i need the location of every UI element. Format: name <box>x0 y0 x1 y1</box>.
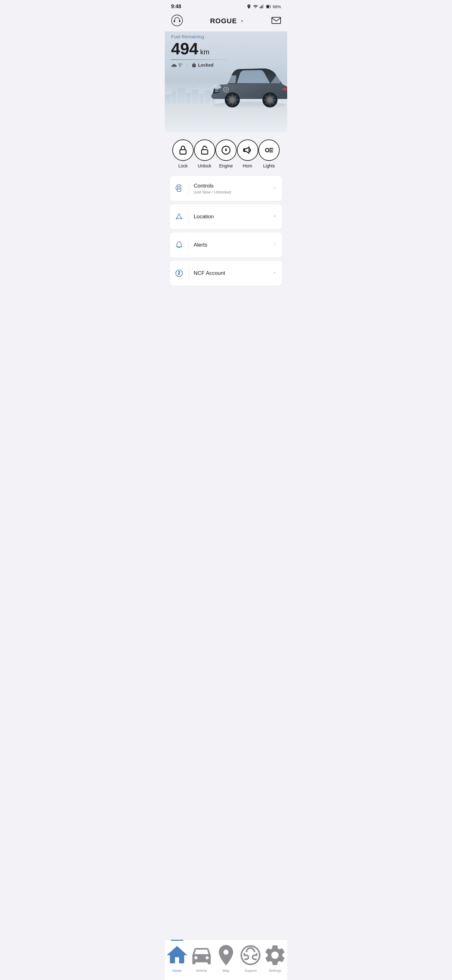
lights-circle <box>259 140 280 161</box>
chevron-right-icon <box>272 185 277 190</box>
lock-status-text: Locked <box>198 62 213 68</box>
controls-chevron <box>272 185 277 192</box>
svg-rect-6 <box>270 6 271 7</box>
battery-percentage: 66% <box>273 5 281 9</box>
fuel-value: 494 km <box>171 41 281 57</box>
chevron-right-icon-3 <box>272 242 277 247</box>
lights-label: Lights <box>263 163 274 169</box>
horn-label: Horn <box>243 163 252 169</box>
svg-point-53 <box>226 150 227 151</box>
svg-line-46 <box>173 67 173 68</box>
remote-icon <box>175 184 183 193</box>
svg-rect-8 <box>174 20 175 22</box>
svg-rect-13 <box>172 89 176 91</box>
battery-icon <box>266 4 271 9</box>
fuel-divider <box>171 59 228 60</box>
navigation-icon <box>175 212 183 221</box>
status-divider: | <box>186 62 188 68</box>
engine-button[interactable]: Engine <box>215 140 237 169</box>
unlock-btn-icon <box>199 145 210 156</box>
unlock-circle <box>194 140 215 161</box>
hero-section: Fuel Remaining 494 km 5° | <box>165 32 287 132</box>
status-time: 9:48 <box>171 4 181 10</box>
chevron-right-icon-4 <box>272 270 277 275</box>
ncf-icon-wrapper <box>175 266 189 280</box>
weather-info: 5° <box>171 62 183 68</box>
controls-menu-content: Controls Just Now • Unlocked <box>193 183 267 194</box>
lock-circle <box>172 140 193 161</box>
vehicle-status: 5° | Locked <box>171 62 281 68</box>
svg-rect-9 <box>179 20 180 22</box>
menu-section: Controls Just Now • Unlocked Location <box>165 173 287 291</box>
menu-item-controls[interactable]: Controls Just Now • Unlocked <box>170 176 282 201</box>
dollar-circle-icon <box>175 269 183 278</box>
controls-menu-subtitle: Just Now • Unlocked <box>193 190 267 194</box>
location-menu-title: Location <box>193 213 267 220</box>
status-icons: 66% <box>246 4 281 9</box>
svg-point-55 <box>266 148 269 152</box>
location-status-icon <box>246 4 251 9</box>
svg-point-60 <box>179 186 180 187</box>
svg-rect-50 <box>201 150 208 154</box>
wifi-icon <box>253 4 258 9</box>
unlock-button[interactable]: Unlock <box>194 140 215 169</box>
fuel-unit: km <box>200 49 209 56</box>
location-icon-wrapper <box>175 210 189 224</box>
ncf-chevron <box>272 270 277 277</box>
menu-item-alerts[interactable]: Alerts <box>170 232 282 258</box>
alerts-icon-wrapper <box>175 238 189 252</box>
lock-icon-status <box>192 62 197 68</box>
svg-rect-18 <box>193 86 196 89</box>
chevron-down-icon <box>239 19 244 24</box>
controls-menu-title: Controls <box>193 183 267 189</box>
lights-btn-icon <box>264 145 274 156</box>
lock-status: Locked <box>192 62 213 68</box>
svg-rect-2 <box>262 5 262 8</box>
menu-item-ncf[interactable]: NCF Account <box>170 261 282 286</box>
location-chevron <box>272 213 277 220</box>
svg-rect-3 <box>263 5 264 8</box>
unlock-label: Unlock <box>198 163 211 169</box>
control-buttons: Lock Unlock Engine <box>171 140 281 169</box>
horn-circle <box>237 140 259 161</box>
ncf-menu-title: NCF Account <box>193 270 267 277</box>
svg-line-47 <box>174 67 174 68</box>
svg-rect-23 <box>215 89 219 90</box>
fuel-label: Fuel Remaining <box>171 34 281 39</box>
svg-rect-54 <box>244 149 244 152</box>
svg-rect-1 <box>261 6 262 8</box>
weather-icon <box>171 62 178 68</box>
menu-item-location[interactable]: Location <box>170 204 282 229</box>
lock-button[interactable]: Lock <box>172 140 193 169</box>
location-menu-content: Location <box>193 213 267 220</box>
svg-rect-15 <box>178 86 180 88</box>
support-button[interactable] <box>171 14 183 28</box>
alerts-menu-content: Alerts <box>193 242 267 248</box>
svg-rect-27 <box>282 88 287 91</box>
controls-section: Lock Unlock Engine <box>165 132 287 173</box>
ncf-menu-content: NCF Account <box>193 270 267 277</box>
temperature: 5° <box>179 62 183 68</box>
alerts-chevron <box>272 242 277 248</box>
status-bar: 9:48 66% <box>165 0 287 12</box>
engine-label: Engine <box>219 163 233 169</box>
alerts-menu-title: Alerts <box>193 242 267 248</box>
horn-button[interactable]: Horn <box>237 140 259 169</box>
horn-btn-icon <box>242 145 253 156</box>
engine-circle <box>215 140 237 161</box>
fuel-info: Fuel Remaining 494 km 5° | <box>171 32 281 68</box>
vehicle-selector[interactable]: ROGUE <box>210 17 244 25</box>
engine-btn-icon <box>220 145 232 156</box>
svg-rect-10 <box>272 17 281 24</box>
mail-button[interactable] <box>271 17 281 25</box>
lock-label: Lock <box>178 163 188 169</box>
chevron-right-icon-2 <box>272 213 277 219</box>
lights-button[interactable]: Lights <box>259 140 280 169</box>
app-header: ROGUE <box>165 12 287 32</box>
controls-icon-wrapper <box>175 181 189 196</box>
bell-icon <box>175 240 183 250</box>
vehicle-name: ROGUE <box>210 17 237 25</box>
signal-icon <box>260 4 265 9</box>
svg-rect-0 <box>260 7 260 8</box>
svg-rect-24 <box>215 91 219 92</box>
